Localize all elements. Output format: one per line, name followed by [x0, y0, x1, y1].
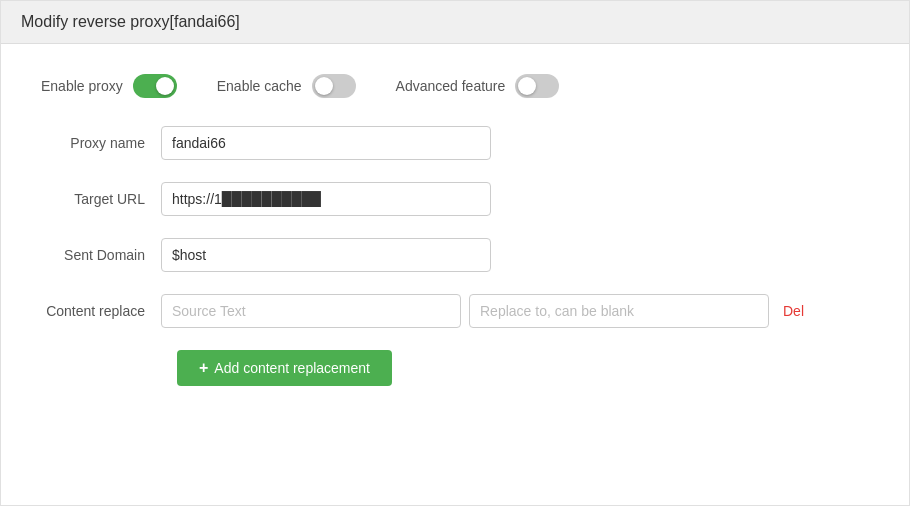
enable-proxy-toggle[interactable]	[133, 74, 177, 98]
content-replace-inputs: Del	[161, 294, 810, 328]
page-title: Modify reverse proxy[fandai66]	[21, 13, 889, 31]
add-content-replacement-button[interactable]: + Add content replacement	[177, 350, 392, 386]
proxy-name-row: Proxy name	[41, 126, 869, 160]
enable-proxy-thumb	[156, 77, 174, 95]
sent-domain-input[interactable]	[161, 238, 491, 272]
enable-cache-thumb	[315, 77, 333, 95]
target-url-label: Target URL	[41, 191, 161, 207]
advanced-feature-label: Advanced feature	[396, 78, 506, 94]
content-replace-row: Content replace Del	[41, 294, 869, 328]
content-replace-label: Content replace	[41, 303, 161, 319]
plus-icon: +	[199, 360, 208, 376]
enable-proxy-label: Enable proxy	[41, 78, 123, 94]
enable-cache-label: Enable cache	[217, 78, 302, 94]
add-button-label: Add content replacement	[214, 360, 370, 376]
proxy-name-label: Proxy name	[41, 135, 161, 151]
source-text-input[interactable]	[161, 294, 461, 328]
advanced-feature-group: Advanced feature	[396, 74, 560, 98]
sent-domain-row: Sent Domain	[41, 238, 869, 272]
toggles-row: Enable proxy Enable cache Advanced featu…	[41, 74, 869, 98]
page-header: Modify reverse proxy[fandai66]	[1, 1, 909, 44]
proxy-name-input[interactable]	[161, 126, 491, 160]
enable-cache-toggle[interactable]	[312, 74, 356, 98]
replace-to-input[interactable]	[469, 294, 769, 328]
del-button[interactable]: Del	[777, 299, 810, 323]
target-url-input[interactable]	[161, 182, 491, 216]
target-url-row: Target URL	[41, 182, 869, 216]
enable-proxy-group: Enable proxy	[41, 74, 177, 98]
sent-domain-label: Sent Domain	[41, 247, 161, 263]
advanced-feature-toggle[interactable]	[515, 74, 559, 98]
form-body: Enable proxy Enable cache Advanced featu…	[1, 44, 909, 416]
page-container: Modify reverse proxy[fandai66] Enable pr…	[0, 0, 910, 506]
enable-cache-group: Enable cache	[217, 74, 356, 98]
